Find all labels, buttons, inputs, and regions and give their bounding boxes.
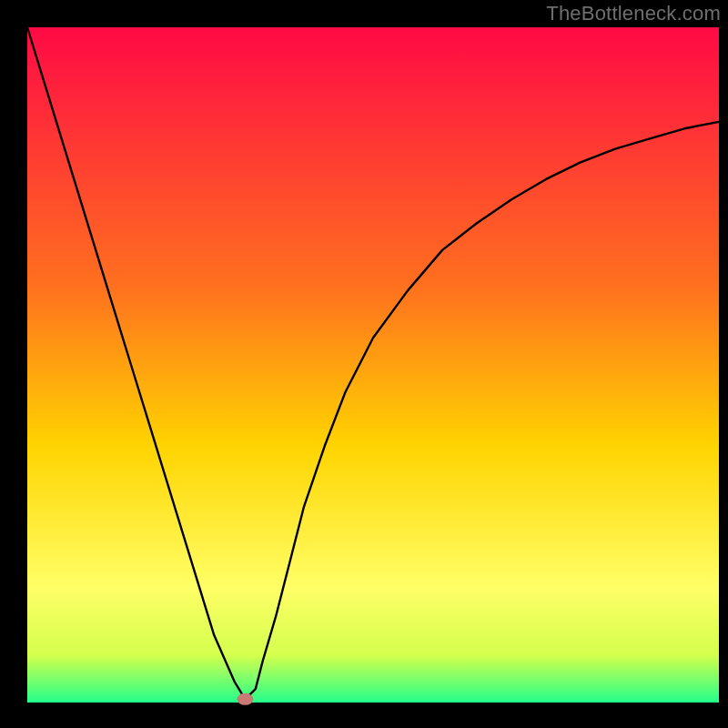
chart-container: TheBottleneck.com <box>0 0 728 728</box>
bottleneck-chart <box>0 0 728 728</box>
watermark-label: TheBottleneck.com <box>546 2 721 25</box>
min-marker <box>237 693 253 705</box>
